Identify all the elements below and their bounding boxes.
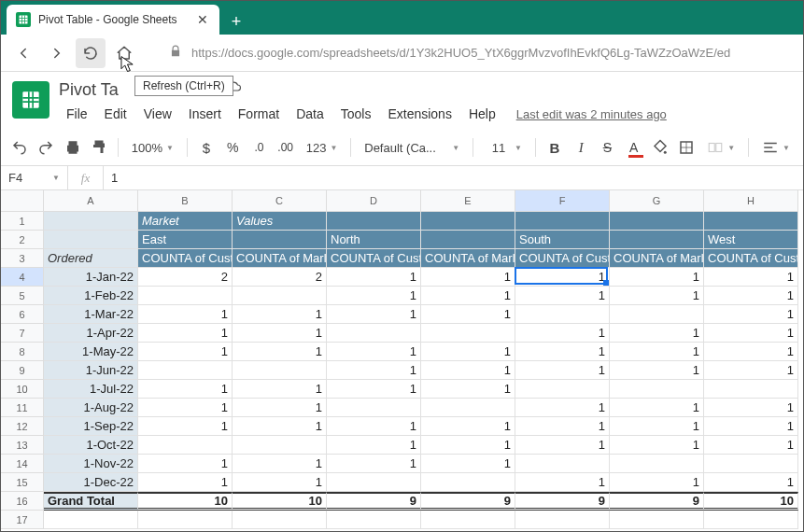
decrease-decimal-button[interactable]: .0: [247, 135, 270, 160]
row-header[interactable]: 9: [1, 361, 44, 380]
cell[interactable]: 1: [515, 473, 610, 492]
cell[interactable]: East: [138, 231, 233, 249]
row-header[interactable]: 17: [1, 511, 44, 529]
col-header[interactable]: E: [421, 190, 515, 212]
cell[interactable]: 1: [515, 417, 610, 436]
cell[interactable]: [44, 511, 138, 529]
forward-button[interactable]: [42, 38, 72, 68]
select-all-corner[interactable]: [1, 190, 44, 212]
cell[interactable]: 1: [233, 417, 327, 436]
col-header[interactable]: B: [138, 190, 233, 212]
cell[interactable]: 1: [610, 324, 704, 343]
font-dropdown[interactable]: Default (Ca...▼: [359, 135, 465, 160]
refresh-button[interactable]: [76, 38, 106, 68]
cell[interactable]: 1: [610, 287, 704, 305]
cell[interactable]: [704, 511, 798, 529]
text-color-button[interactable]: A: [623, 135, 645, 160]
cell[interactable]: Market: [138, 212, 233, 231]
cell[interactable]: [610, 231, 704, 249]
cell[interactable]: Grand Total: [44, 492, 138, 511]
row-header[interactable]: 4: [1, 268, 44, 287]
cell[interactable]: [421, 399, 515, 417]
cell[interactable]: 1: [138, 343, 233, 361]
cell[interactable]: [515, 511, 610, 529]
row-header[interactable]: 11: [1, 399, 44, 417]
cell[interactable]: 1: [327, 361, 421, 380]
row-header[interactable]: 16: [1, 492, 44, 511]
cell[interactable]: 1: [704, 399, 798, 417]
cell[interactable]: 1: [138, 473, 233, 492]
cell[interactable]: [515, 305, 610, 324]
cell[interactable]: South: [515, 231, 610, 249]
cell[interactable]: Values: [233, 212, 327, 231]
cell[interactable]: 1: [327, 455, 421, 473]
cell[interactable]: 1-Oct-22: [44, 436, 138, 455]
menu-data[interactable]: Data: [289, 104, 331, 124]
italic-button[interactable]: I: [570, 135, 592, 160]
cell[interactable]: [610, 380, 704, 399]
cell[interactable]: 1: [515, 436, 610, 455]
col-header[interactable]: H: [704, 190, 798, 212]
redo-button[interactable]: [35, 135, 57, 160]
cell[interactable]: 1: [610, 268, 704, 287]
cell[interactable]: [704, 455, 798, 473]
strikethrough-button[interactable]: S: [596, 135, 618, 160]
cell[interactable]: [610, 305, 704, 324]
cell[interactable]: 1: [233, 305, 327, 324]
cell[interactable]: North: [327, 231, 421, 249]
increase-decimal-button[interactable]: .00: [275, 135, 297, 160]
home-button[interactable]: [109, 38, 139, 68]
fill-color-button[interactable]: [649, 135, 671, 160]
cell[interactable]: [138, 361, 233, 380]
cell[interactable]: 1: [138, 455, 233, 473]
cell[interactable]: [610, 511, 704, 529]
cell[interactable]: 1: [704, 417, 798, 436]
cell[interactable]: 1-Aug-22: [44, 399, 138, 417]
cell[interactable]: 1-Dec-22: [44, 473, 138, 492]
menu-view[interactable]: View: [136, 104, 179, 124]
cell[interactable]: 1: [327, 287, 421, 305]
cell[interactable]: 1: [610, 343, 704, 361]
cell[interactable]: 1: [233, 473, 327, 492]
col-header[interactable]: A: [44, 190, 138, 212]
cell[interactable]: 1: [610, 417, 704, 436]
cell[interactable]: [610, 212, 704, 231]
cell[interactable]: 1: [704, 324, 798, 343]
cell[interactable]: [233, 231, 327, 249]
cell[interactable]: [327, 511, 421, 529]
cell[interactable]: 1-Sep-22: [44, 417, 138, 436]
row-header[interactable]: 13: [1, 436, 44, 455]
cell[interactable]: 1: [138, 324, 233, 343]
cell[interactable]: 1: [421, 268, 515, 287]
cell[interactable]: COUNTA of Marl: [421, 249, 515, 268]
cell[interactable]: 9: [327, 492, 421, 511]
cell[interactable]: 1: [421, 436, 515, 455]
cell[interactable]: [704, 212, 798, 231]
bold-button[interactable]: B: [543, 135, 566, 160]
cell[interactable]: [704, 380, 798, 399]
tab-close-icon[interactable]: ✕: [195, 12, 210, 27]
cell[interactable]: 1: [421, 417, 515, 436]
cell[interactable]: 1: [421, 380, 515, 399]
cell[interactable]: 1: [233, 399, 327, 417]
cell[interactable]: 1: [233, 380, 327, 399]
cell[interactable]: [233, 511, 327, 529]
row-header[interactable]: 15: [1, 473, 44, 492]
cell[interactable]: 1: [327, 343, 421, 361]
cell[interactable]: [138, 511, 233, 529]
cell[interactable]: [233, 287, 327, 305]
cell[interactable]: 10: [704, 492, 798, 511]
col-header[interactable]: C: [233, 190, 327, 212]
cell[interactable]: 1-Jan-22: [44, 268, 138, 287]
cell[interactable]: 9: [421, 492, 515, 511]
more-formats-dropdown[interactable]: 123▼: [301, 135, 344, 160]
cell[interactable]: 1-Mar-22: [44, 305, 138, 324]
cell[interactable]: 1: [515, 324, 610, 343]
cell[interactable]: 1: [421, 455, 515, 473]
cell[interactable]: 1: [515, 343, 610, 361]
cell[interactable]: 1: [327, 305, 421, 324]
formula-bar[interactable]: 1: [104, 171, 803, 185]
row-header[interactable]: 1: [1, 212, 44, 231]
last-edit-link[interactable]: Last edit was 2 minutes ago: [516, 107, 667, 121]
cell[interactable]: [421, 231, 515, 249]
